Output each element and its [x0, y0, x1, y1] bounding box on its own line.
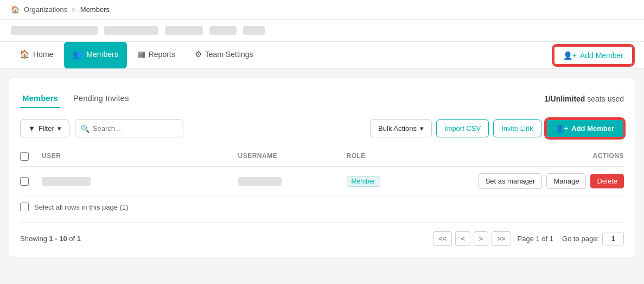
manage-label: Manage	[553, 177, 579, 185]
role-badge: Member	[347, 176, 380, 187]
page-goto-input[interactable]	[602, 232, 624, 245]
username-placeholder	[238, 177, 282, 186]
row-checkbox-col	[20, 177, 42, 186]
select-all-page-checkbox[interactable]	[20, 203, 29, 211]
tab-reports[interactable]: ▦ Reports	[129, 42, 184, 68]
content-tab-members[interactable]: Members	[20, 89, 60, 108]
page-info: Page 1 of 1	[518, 235, 554, 243]
nav-bar: 🏠 Home 👥 Members ▦ Reports ⚙ Team Settin…	[0, 42, 644, 69]
row-checkbox[interactable]	[20, 177, 29, 186]
table-container: USER USERNAME ROLE ACTIONS Member Set as…	[20, 147, 624, 218]
set-as-manager-label: Set as manager	[486, 177, 535, 185]
prev-page-button[interactable]: <	[455, 231, 470, 246]
showing-range: 1 - 10	[49, 235, 67, 243]
first-page-button[interactable]: <<	[433, 231, 452, 246]
breadcrumb-bar: 🏠 Organizations > Members	[0, 0, 644, 20]
delete-label: Delete	[597, 177, 617, 185]
org-detail-placeholder-2	[165, 26, 203, 35]
tab-members[interactable]: 👥 Members	[64, 42, 126, 68]
content-header: Members Pending Invites 1/Unlimited seat…	[20, 89, 624, 108]
goto-label: Go to page:	[562, 235, 599, 243]
tab-home[interactable]: 🏠 Home	[11, 42, 62, 68]
import-csv-label: Import CSV	[444, 124, 481, 132]
search-icon: 🔍	[80, 124, 90, 133]
org-detail-placeholder-3	[209, 26, 237, 35]
showing-prefix: Showing	[20, 235, 49, 243]
filter-icon: ▼	[28, 124, 35, 132]
select-all-row: Select all rows in this page (1)	[20, 196, 624, 218]
home-nav-icon: 🏠	[20, 49, 30, 59]
reports-nav-icon: ▦	[138, 49, 145, 59]
org-info-bar	[0, 20, 644, 42]
tab-members-label: Members	[86, 50, 118, 59]
main-content: Members Pending Invites 1/Unlimited seat…	[9, 78, 635, 257]
set-as-manager-button[interactable]: Set as manager	[479, 173, 543, 189]
next-page-button[interactable]: >	[474, 231, 489, 246]
content-tabs: Members Pending Invites	[20, 89, 142, 108]
row-role-col: Member	[347, 176, 428, 187]
showing-text: Showing 1 - 10 of 1	[20, 235, 81, 243]
bulk-actions-label: Bulk Actions	[378, 124, 417, 132]
delete-button[interactable]: Delete	[590, 174, 624, 188]
table-header-actions: ACTIONS	[428, 152, 624, 161]
add-member-main-button[interactable]: 👤+ Add Member	[546, 119, 624, 138]
seats-info: 1/Unlimited seats used	[544, 94, 624, 103]
pagination-bar: Showing 1 - 10 of 1 << < > >> Page 1 of …	[20, 222, 624, 246]
content-tab-pending-invites[interactable]: Pending Invites	[71, 89, 131, 108]
table-header-username: USERNAME	[238, 152, 347, 161]
org-detail-placeholder-1	[104, 26, 158, 35]
tab-home-label: Home	[33, 50, 53, 59]
filter-button[interactable]: ▼ Filter ▾	[20, 119, 69, 137]
tab-team-settings-label: Team Settings	[205, 50, 253, 59]
org-name-placeholder	[11, 26, 98, 35]
content-tab-pending-invites-label: Pending Invites	[73, 93, 129, 103]
members-nav-icon: 👥	[73, 49, 83, 59]
add-member-header-icon: 👤+	[563, 51, 577, 60]
table-header-user: USER	[42, 152, 238, 161]
seats-used-count: 1/Unlimited	[544, 94, 585, 103]
tab-reports-label: Reports	[149, 50, 175, 59]
breadcrumb-org-label[interactable]: Organizations	[24, 5, 67, 14]
toolbar: ▼ Filter ▾ 🔍 Bulk Actions ▾ Import CSV I…	[20, 119, 624, 138]
add-member-main-icon: 👤+	[556, 124, 569, 132]
search-input[interactable]	[75, 119, 183, 137]
filter-chevron-icon: ▾	[58, 124, 61, 132]
bulk-actions-button[interactable]: Bulk Actions ▾	[370, 119, 432, 137]
pagination-controls: << < > >> Page 1 of 1 Go to page:	[433, 231, 624, 246]
table-header-check	[20, 152, 42, 161]
row-actions-col: Set as manager Manage Delete	[428, 173, 624, 189]
toolbar-right: Bulk Actions ▾ Import CSV Invite Link 👤+…	[370, 119, 624, 138]
table-row: Member Set as manager Manage Delete	[20, 167, 624, 196]
invite-link-button[interactable]: Invite Link	[493, 119, 541, 137]
select-all-checkbox[interactable]	[20, 152, 29, 161]
table-header-role: ROLE	[347, 152, 428, 161]
user-avatar-placeholder	[42, 177, 91, 186]
search-wrapper: 🔍	[75, 119, 183, 137]
table-header: USER USERNAME ROLE ACTIONS	[20, 147, 624, 167]
breadcrumb-separator: >	[72, 5, 76, 14]
breadcrumb: 🏠 Organizations > Members	[11, 5, 110, 14]
add-member-main-label: Add Member	[571, 124, 614, 132]
invite-link-label: Invite Link	[501, 124, 533, 132]
import-csv-button[interactable]: Import CSV	[436, 119, 489, 137]
showing-of: of	[69, 235, 76, 243]
org-detail-placeholder-4	[243, 26, 265, 35]
tab-team-settings[interactable]: ⚙ Team Settings	[186, 42, 262, 68]
manage-button[interactable]: Manage	[546, 173, 586, 189]
bulk-actions-chevron-icon: ▾	[420, 124, 424, 132]
nav-tabs: 🏠 Home 👥 Members ▦ Reports ⚙ Team Settin…	[11, 42, 262, 68]
add-member-header-button[interactable]: 👤+ Add Member	[553, 46, 633, 65]
breadcrumb-current: Members	[80, 5, 110, 14]
last-page-button[interactable]: >>	[492, 231, 511, 246]
add-member-header-label: Add Member	[580, 51, 623, 60]
content-tab-members-label: Members	[22, 93, 58, 103]
showing-total: 1	[77, 235, 81, 243]
row-user-col	[42, 177, 238, 186]
settings-nav-icon: ⚙	[195, 49, 202, 59]
home-icon: 🏠	[11, 5, 20, 14]
row-username-col	[238, 177, 347, 186]
seats-used-suffix: seats used	[587, 94, 624, 103]
filter-label: Filter	[39, 124, 54, 132]
toolbar-left: ▼ Filter ▾ 🔍	[20, 119, 183, 137]
select-all-label: Select all rows in this page (1)	[34, 203, 128, 211]
